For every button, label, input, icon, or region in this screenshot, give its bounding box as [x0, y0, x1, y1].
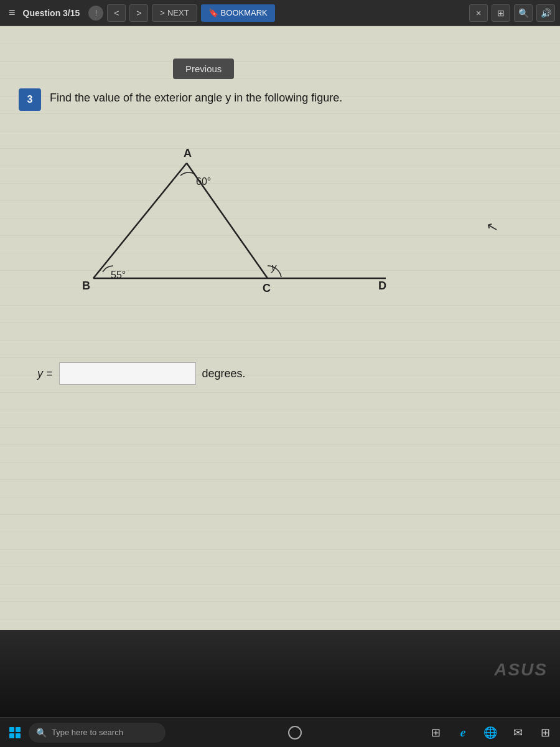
next-button[interactable]: > NEXT [152, 4, 197, 22]
bookmark-button[interactable]: 🔖 BOOKMARK [201, 4, 275, 22]
svg-text:B: B [82, 280, 90, 292]
check-circle-icon: ! [88, 6, 103, 21]
taskbar-search-placeholder: Type here to search [52, 728, 123, 737]
taskbar-center-icons [168, 726, 422, 740]
taskbar-circle-icon[interactable] [288, 726, 302, 740]
taskbar: 🔍 Type here to search ⊞ 𝒆 🌐 ✉ ⊞ [0, 717, 560, 747]
taskbar-right-icons: ⊞ 𝒆 🌐 ✉ ⊞ [424, 721, 556, 744]
svg-text:y: y [271, 262, 277, 273]
question-text: Find the value of the exterior angle y i… [50, 92, 342, 105]
taskbar-network-icon[interactable]: 🌐 [479, 721, 502, 744]
answer-input[interactable] [59, 362, 196, 385]
question-counter: Question 3/15 [23, 8, 80, 18]
triangle-figure: A B C D 60° 55° y [37, 129, 423, 316]
nav-right-group: × ⊞ 🔍 🔊 [469, 4, 555, 22]
nav-right-arrow[interactable]: > [129, 4, 148, 22]
svg-text:60°: 60° [196, 176, 211, 187]
svg-text:55°: 55° [111, 270, 126, 280]
top-navigation-bar: ≡ Question 3/15 ! < > > NEXT 🔖 BOOKMARK … [0, 0, 560, 26]
windows-icon [9, 727, 21, 738]
svg-line-1 [93, 163, 187, 278]
volume-button[interactable]: 🔊 [536, 4, 555, 22]
dark-bottom-area: ASUS [0, 630, 560, 717]
close-button[interactable]: × [469, 4, 488, 22]
svg-text:A: A [184, 147, 192, 159]
search-button[interactable]: 🔍 [514, 4, 533, 22]
taskbar-search-box[interactable]: 🔍 Type here to search [29, 723, 166, 743]
previous-button[interactable]: Previous [173, 59, 234, 79]
hamburger-icon[interactable]: ≡ [5, 4, 19, 22]
nav-left-arrow[interactable]: < [107, 4, 126, 22]
figure-area: A B C D 60° 55° y [37, 129, 423, 316]
question-number-badge: 3 [19, 88, 41, 111]
layout-icon[interactable]: ⊞ [492, 4, 510, 22]
degrees-label: degrees. [202, 367, 246, 380]
y-equals-label: y = [37, 367, 53, 380]
taskbar-apps-icon[interactable]: ⊞ [424, 721, 447, 744]
answer-area: y = degrees. [37, 362, 246, 385]
main-content-area: Previous 3 Find the value of the exterio… [0, 26, 560, 647]
taskbar-mail-icon[interactable]: ✉ [506, 721, 529, 744]
start-button[interactable] [4, 721, 26, 744]
svg-text:C: C [263, 282, 271, 294]
asus-brand-label: ASUS [494, 660, 548, 680]
nav-left-group: ≡ Question 3/15 ! < > > NEXT 🔖 BOOKMARK [5, 4, 275, 22]
taskbar-edge-icon[interactable]: 𝒆 [452, 721, 474, 744]
cursor-arrow-icon: ↖ [485, 218, 500, 237]
taskbar-search-icon: 🔍 [36, 728, 47, 738]
taskbar-grid-icon[interactable]: ⊞ [534, 721, 556, 744]
svg-text:D: D [378, 280, 386, 292]
